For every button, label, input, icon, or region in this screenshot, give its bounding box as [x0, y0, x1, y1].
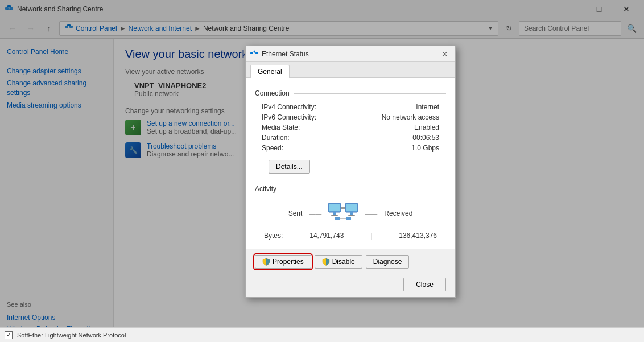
ipv4-label: IPv4 Connectivity: — [262, 103, 316, 111]
ipv6-value: No network access — [382, 113, 439, 121]
svg-rect-23 — [346, 217, 351, 220]
media-state-value: Enabled — [414, 123, 439, 131]
checkbox-icon: ✓ — [5, 331, 13, 339]
svg-point-11 — [254, 50, 255, 52]
ipv4-row: IPv4 Connectivity: Internet — [255, 102, 446, 112]
svg-rect-15 — [333, 212, 336, 215]
speed-value: 1.0 Gbps — [411, 144, 439, 152]
media-state-row: Media State: Enabled — [255, 122, 446, 133]
disable-button[interactable]: Disable — [315, 255, 362, 269]
svg-rect-16 — [331, 215, 338, 216]
svg-rect-19 — [350, 212, 353, 215]
dialog-footer: Close — [246, 274, 455, 297]
duration-label: Duration: — [262, 134, 290, 142]
close-button-dialog[interactable]: Close — [403, 278, 446, 291]
speed-label: Speed: — [262, 144, 283, 152]
dialog-close-button[interactable]: ✕ — [439, 48, 451, 60]
activity-section-divider: Activity — [255, 185, 446, 193]
received-label: Received — [384, 209, 412, 217]
connection-label: Connection — [255, 89, 290, 97]
network-computers-icon — [328, 202, 358, 225]
svg-rect-21 — [341, 207, 345, 209]
ipv6-label: IPv6 Connectivity: — [262, 113, 316, 121]
ipv6-row: IPv6 Connectivity: No network access — [255, 112, 446, 122]
svg-rect-20 — [348, 215, 355, 216]
bytes-sent: 14,791,743 — [309, 232, 344, 240]
dialog-action-buttons: Properties Disable Diagnose — [246, 249, 455, 274]
sent-label: Sent — [288, 209, 303, 217]
bytes-label: Bytes: — [264, 232, 283, 240]
shield-icon — [262, 258, 270, 266]
activity-visual: Sent —— — [255, 197, 446, 229]
diagnose-button[interactable]: Diagnose — [366, 255, 410, 269]
bottom-strip: ✓ SoftEther Lightweight Network Protocol — [0, 327, 644, 342]
properties-button[interactable]: Properties — [255, 255, 311, 269]
dialog-title-bar: Ethernet Status ✕ — [246, 46, 455, 62]
duration-value: 00:06:53 — [412, 134, 439, 142]
dialog-title: Ethernet Status — [262, 50, 439, 58]
bytes-received: 136,413,376 — [399, 232, 437, 240]
dialog-tabs: General — [246, 62, 455, 78]
dialog-overlay: Ethernet Status ✕ General Connection IPv… — [0, 0, 644, 342]
duration-row: Duration: 00:06:53 — [255, 133, 446, 143]
bottom-protocol-text: SoftEther Lightweight Network Protocol — [17, 332, 126, 339]
ipv4-value: Internet — [416, 103, 439, 111]
tab-general[interactable]: General — [250, 65, 290, 78]
ethernet-status-dialog: Ethernet Status ✕ General Connection IPv… — [245, 46, 456, 298]
bytes-row: Bytes: 14,791,743 | 136,413,376 — [255, 229, 446, 242]
svg-rect-8 — [250, 52, 253, 54]
details-button[interactable]: Details... — [269, 160, 310, 174]
connection-section-divider: Connection — [255, 89, 446, 97]
media-state-label: Media State: — [262, 123, 300, 131]
svg-rect-18 — [346, 204, 357, 211]
svg-rect-14 — [329, 204, 340, 211]
disable-shield-icon — [322, 258, 330, 266]
dialog-icon — [250, 50, 258, 58]
speed-row: Speed: 1.0 Gbps — [255, 143, 446, 153]
svg-rect-22 — [335, 217, 340, 220]
activity-label: Activity — [255, 185, 276, 193]
dialog-content: Connection IPv4 Connectivity: Internet I… — [246, 78, 455, 249]
svg-rect-9 — [255, 52, 258, 54]
